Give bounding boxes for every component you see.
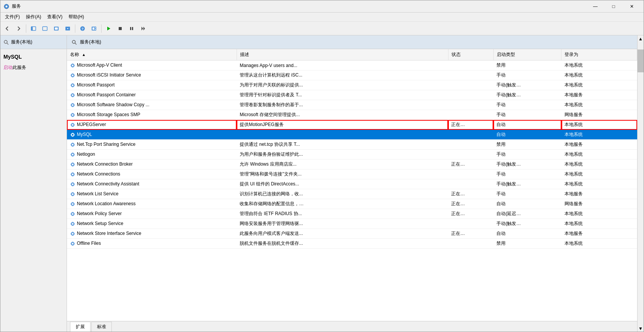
service-name-cell: MJPEGServer bbox=[67, 120, 237, 130]
tab-extended[interactable]: 扩展 bbox=[70, 322, 91, 332]
service-startup-cell: 手动 bbox=[493, 150, 561, 160]
toolbar-pause-button[interactable] bbox=[126, 23, 137, 34]
service-startup-cell: 手动 bbox=[493, 110, 561, 120]
toolbar-back-button[interactable] bbox=[2, 23, 13, 34]
table-row[interactable]: Network Setup Service网络安装服务用于管理网络驱...手动(… bbox=[67, 219, 637, 229]
tab-standard[interactable]: 标准 bbox=[91, 322, 112, 332]
table-row[interactable]: Microsoft Passport Container管理用于针对标识提供者及… bbox=[67, 90, 637, 100]
svg-point-38 bbox=[72, 153, 74, 156]
toolbar-help-button[interactable]: ? bbox=[77, 23, 88, 34]
service-startup-cell: 禁用 bbox=[493, 239, 561, 249]
service-login-cell: 网络服务 bbox=[561, 110, 637, 120]
service-login-cell: 本地服务 bbox=[561, 140, 637, 150]
svg-point-40 bbox=[72, 163, 74, 166]
scrollbar-up-button[interactable]: ▲ bbox=[638, 35, 644, 42]
service-name-cell: Microsoft Software Shadow Copy ... bbox=[67, 100, 237, 110]
service-name-cell: Offline Files bbox=[67, 239, 237, 249]
table-row[interactable]: Network Connectivity Assistant提供 UI 组件的 … bbox=[67, 179, 637, 189]
minimize-button[interactable]: — bbox=[587, 1, 604, 12]
col-header-desc[interactable]: 描述 bbox=[237, 49, 448, 61]
toolbar-refresh-button[interactable] bbox=[51, 23, 62, 34]
svg-point-44 bbox=[72, 183, 74, 185]
service-status-cell bbox=[448, 169, 493, 179]
svg-point-28 bbox=[72, 104, 74, 106]
toolbar-stop-button[interactable] bbox=[115, 23, 126, 34]
table-row[interactable]: Microsoft Passport为用于对用户关联的标识提供...手动(触发…… bbox=[67, 80, 637, 90]
table-row[interactable]: MJPEGServer提供MotionJPEG服务正在…自动本地系统 bbox=[67, 120, 637, 130]
service-status-cell bbox=[448, 90, 493, 100]
service-desc-cell: Manages App-V users and... bbox=[237, 61, 448, 70]
menu-view[interactable]: 查看(V) bbox=[44, 13, 65, 21]
table-row[interactable]: Network Location Awareness收集和存储网络的配置信息，…… bbox=[67, 199, 637, 209]
sidebar-service-name: MySQL bbox=[3, 54, 64, 60]
table-row[interactable]: Microsoft Storage Spaces SMPMicrosoft 存储… bbox=[67, 110, 637, 120]
toolbar-properties-button[interactable] bbox=[89, 23, 99, 34]
table-row[interactable]: Microsoft App-V ClientManages App-V user… bbox=[67, 61, 637, 70]
services-table-container[interactable]: 名称 ▲ 描述 状态 启动类型 bbox=[67, 49, 637, 321]
service-status-cell bbox=[448, 70, 493, 80]
service-status-cell bbox=[448, 179, 493, 189]
scrollbar-track[interactable] bbox=[638, 42, 644, 325]
table-row[interactable]: Offline Files脱机文件服务在脱机文件缓存...禁用本地系统 bbox=[67, 239, 637, 249]
gear-icon bbox=[70, 221, 75, 227]
gear-icon bbox=[70, 241, 75, 246]
toolbar-separator-2 bbox=[75, 24, 75, 33]
table-row[interactable]: MySQL自动本地系统 bbox=[67, 130, 637, 140]
service-desc-cell: 脱机文件服务在脱机文件缓存... bbox=[237, 239, 448, 249]
table-row[interactable]: Microsoft Software Shadow Copy ...管理卷影复制… bbox=[67, 100, 637, 110]
table-row[interactable]: Network Policy Server管理由符合 IETF RADIUS 协… bbox=[67, 209, 637, 219]
svg-point-46 bbox=[72, 193, 74, 195]
toolbar-export-button[interactable] bbox=[62, 23, 73, 34]
gear-icon bbox=[70, 142, 75, 147]
toolbar-play-button[interactable] bbox=[103, 23, 114, 34]
scrollbar-down-button[interactable]: ▼ bbox=[638, 325, 644, 332]
table-row[interactable]: Net.Tcp Port Sharing Service提供通过 net.tcp… bbox=[67, 140, 637, 150]
table-row[interactable]: Network Connection Broker允许 Windows 应用商店… bbox=[67, 160, 637, 169]
app-icon bbox=[3, 3, 10, 10]
close-button[interactable]: ✕ bbox=[623, 1, 641, 12]
service-name-cell: Netlogon bbox=[67, 150, 237, 160]
scrollbar[interactable]: ▲ ▼ bbox=[637, 35, 644, 332]
col-header-startup[interactable]: 启动类型 bbox=[493, 49, 561, 61]
sidebar-content: MySQL 启动此服务 bbox=[0, 49, 67, 75]
col-header-name[interactable]: 名称 ▲ bbox=[67, 49, 237, 61]
maximize-button[interactable]: □ bbox=[605, 1, 622, 12]
svg-rect-11 bbox=[95, 27, 96, 28]
service-startup-cell: 禁用 bbox=[493, 140, 561, 150]
col-header-login[interactable]: 登录为 bbox=[561, 49, 637, 61]
toolbar-show-hide-button[interactable] bbox=[28, 23, 39, 34]
table-row[interactable]: Netlogon为用户和服务身份验证维护此...手动本地系统 bbox=[67, 150, 637, 160]
service-status-cell bbox=[448, 239, 493, 249]
gear-icon bbox=[70, 112, 75, 118]
service-desc-cell: 提供通过 net.tcp 协议共享 T... bbox=[237, 140, 448, 150]
gear-icon bbox=[70, 132, 75, 137]
menu-help[interactable]: 帮助(H) bbox=[65, 13, 87, 21]
service-startup-cell: 手动 bbox=[493, 169, 561, 179]
service-login-cell: 本地系统 bbox=[561, 160, 637, 169]
table-row[interactable]: Network Connections管理"网络和拨号连接"文件夹...手动本地… bbox=[67, 169, 637, 179]
svg-point-18 bbox=[72, 40, 75, 43]
sidebar-start-link[interactable]: 启动 bbox=[3, 65, 13, 70]
service-status-cell bbox=[448, 80, 493, 90]
service-startup-cell: 自动 bbox=[493, 229, 561, 239]
svg-rect-14 bbox=[130, 27, 131, 30]
table-row[interactable]: Microsoft iSCSI Initiator Service管理从这台计算… bbox=[67, 70, 637, 80]
menu-file[interactable]: 文件(F) bbox=[2, 13, 23, 21]
service-name-cell: Network Connectivity Assistant bbox=[67, 179, 237, 189]
service-status-cell: 正在… bbox=[448, 160, 493, 169]
service-desc-cell: 收集和存储网络的配置信息，… bbox=[237, 199, 448, 209]
table-row[interactable]: Network List Service识别计算机已连接的网络，收...正在…手… bbox=[67, 189, 637, 199]
toolbar-forward-button[interactable] bbox=[13, 23, 24, 34]
sidebar-start-service[interactable]: 启动此服务 bbox=[3, 64, 64, 71]
scrollbar-thumb[interactable] bbox=[638, 49, 644, 72]
toolbar-restart-button[interactable] bbox=[138, 23, 148, 34]
table-row[interactable]: Network Store Interface Service此服务向用户模式客… bbox=[67, 229, 637, 239]
toolbar-list-button[interactable] bbox=[40, 23, 50, 34]
gear-icon bbox=[70, 152, 75, 157]
menu-action[interactable]: 操作(A) bbox=[23, 13, 44, 21]
service-login-cell: 本地系统 bbox=[561, 209, 637, 219]
col-header-status[interactable]: 状态 bbox=[448, 49, 493, 61]
gear-icon bbox=[70, 73, 75, 78]
svg-point-48 bbox=[72, 203, 74, 205]
service-desc-cell: 提供 UI 组件的 DirectAcces... bbox=[237, 179, 448, 189]
